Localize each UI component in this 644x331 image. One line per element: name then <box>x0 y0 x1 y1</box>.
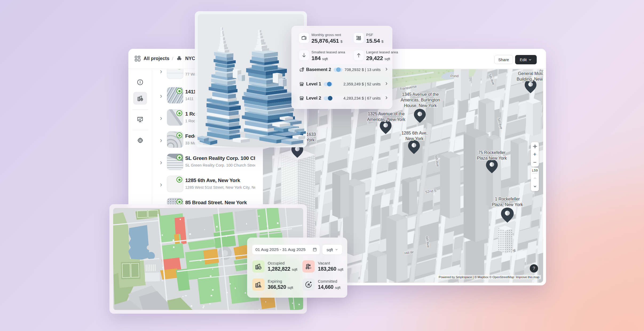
svg-text:RENT: RENT <box>306 267 311 269</box>
svg-text:75 Rockefeller: 75 Rockefeller <box>478 150 506 155</box>
svg-text:1285 6th Ave,: 1285 6th Ave, <box>401 131 428 135</box>
svg-text:Pond: Pond <box>451 74 459 78</box>
svg-text:1345 Avenue of the: 1345 Avenue of the <box>402 92 439 97</box>
svg-text:New York: New York <box>405 136 424 141</box>
svg-text:House, New York: House, New York <box>404 103 437 108</box>
svg-text:Plaza New York: Plaza New York <box>477 156 507 160</box>
svg-text:Americas, Burlington: Americas, Burlington <box>401 98 440 102</box>
svg-text:Building, New Y: Building, New Y <box>517 77 543 81</box>
svg-text:Americas, New York: Americas, New York <box>367 117 405 122</box>
svg-text:1325 Avenue of the: 1325 Avenue of the <box>368 112 405 116</box>
svg-text:1 Rockefeller: 1 Rockefeller <box>495 197 520 201</box>
svg-text:Plaza, New York: Plaza, New York <box>492 202 523 207</box>
svg-text:General Motor: General Motor <box>518 71 543 76</box>
